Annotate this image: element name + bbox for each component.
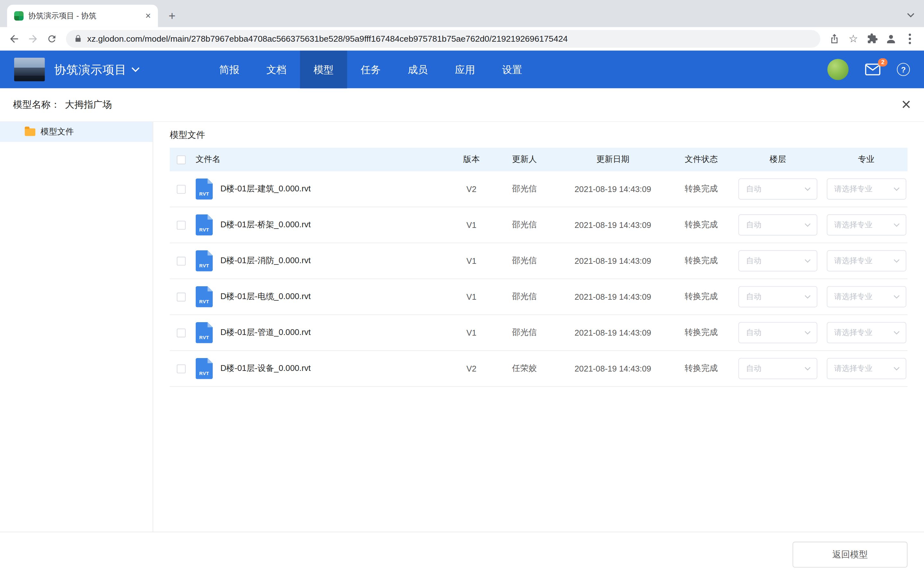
extensions-icon[interactable] [863,29,882,48]
nav-item-documents[interactable]: 文档 [253,51,300,89]
row-checkbox[interactable] [177,185,186,193]
specialty-cell: 请选择专业 [825,214,907,235]
nav-item-tasks[interactable]: 任务 [347,51,394,89]
close-icon[interactable]: × [901,97,911,113]
back-button[interactable] [5,29,24,48]
file-update-date: 2021-08-19 14:43:09 [554,364,672,373]
rvt-file-icon: RVT [196,179,213,200]
chevron-down-icon [804,330,811,335]
browser-tab[interactable]: 协筑演示项目 - 协筑 × [7,5,158,27]
footer-bar: 返回模型 [0,532,924,577]
help-button[interactable]: ? [897,63,910,76]
specialty-select[interactable]: 请选择专业 [827,214,906,235]
floor-cell: 自动 [731,179,825,200]
chevron-down-icon [804,259,811,263]
chevron-down-icon [804,366,811,371]
messages-button[interactable]: 2 [865,63,880,75]
file-name-cell: RVT D楼-01层-设备_0.000.rvt [196,358,448,379]
specialty-select-value: 请选择专业 [834,219,872,230]
file-updater: 任荣姣 [495,363,554,374]
column-header-date: 更新日期 [554,154,672,165]
floor-cell: 自动 [731,358,825,379]
floor-select[interactable]: 自动 [738,179,817,200]
file-version: V1 [448,328,495,337]
nav-item-briefing[interactable]: 简报 [206,51,253,89]
floor-select[interactable]: 自动 [738,214,817,235]
specialty-select-value: 请选择专业 [834,184,872,194]
floor-select[interactable]: 自动 [738,286,817,308]
rvt-file-icon: RVT [196,322,213,343]
file-version: V1 [448,292,495,301]
chevron-down-icon [893,330,900,335]
address-bar[interactable]: xz.glodon.com/model/main/278b7967ebba470… [66,30,821,47]
select-all-cell [170,155,196,164]
project-switcher[interactable]: 协筑演示项目 [54,61,140,77]
browser-menu-icon[interactable] [901,29,919,48]
floor-cell: 自动 [731,322,825,343]
file-name: D楼-01层-建筑_0.000.rvt [220,184,311,194]
table-row: RVT D楼-01层-设备_0.000.rvt V2 任荣姣 2021-08-1… [170,351,908,387]
file-status: 转换完成 [672,327,731,338]
file-updater: 邵光信 [495,219,554,230]
select-all-checkbox[interactable] [177,155,186,164]
model-subheader: 模型名称： 大拇指广场 × [0,89,924,122]
specialty-cell: 请选择专业 [825,179,907,200]
file-status: 转换完成 [672,184,731,194]
screen: 协筑演示项目 - 协筑 × + xz.glodon.com/model/main… [0,0,924,577]
file-update-date: 2021-08-19 14:43:09 [554,292,672,301]
file-update-date: 2021-08-19 14:43:09 [554,328,672,337]
file-status: 转换完成 [672,255,731,266]
user-avatar[interactable] [827,59,849,80]
chevron-down-icon [893,295,900,299]
file-name: D楼-01层-电缆_0.000.rvt [220,292,311,302]
specialty-select[interactable]: 请选择专业 [827,358,906,379]
specialty-cell: 请选择专业 [825,358,907,379]
row-checkbox[interactable] [177,292,186,301]
reload-button[interactable] [42,29,61,48]
row-checkbox-cell [170,256,196,266]
tab-search-chevron-icon[interactable] [907,9,915,20]
forward-button[interactable] [23,29,42,48]
rvt-file-icon: RVT [196,286,213,308]
rvt-file-icon: RVT [196,358,213,379]
bookmark-star-icon[interactable]: ☆ [844,29,863,48]
tab-close-icon[interactable]: × [144,11,152,21]
specialty-select[interactable]: 请选择专业 [827,322,906,343]
specialty-select-value: 请选择专业 [834,363,872,374]
main-nav: 简报 文档 模型 任务 成员 应用 设置 [206,51,536,89]
nav-item-settings[interactable]: 设置 [489,51,536,89]
table-row: RVT D楼-01层-桥架_0.000.rvt V1 邵光信 2021-08-1… [170,207,908,243]
project-logo [14,58,45,81]
new-tab-button[interactable]: + [164,8,180,24]
sidebar-item-model-files[interactable]: 模型文件 [0,122,153,142]
floor-select-value: 自动 [746,363,761,374]
row-checkbox[interactable] [177,221,186,229]
file-version: V1 [448,256,495,266]
nav-item-model[interactable]: 模型 [300,51,347,89]
nav-item-apps[interactable]: 应用 [441,51,489,89]
specialty-select[interactable]: 请选择专业 [827,250,906,271]
specialty-select[interactable]: 请选择专业 [827,286,906,308]
return-to-model-button[interactable]: 返回模型 [792,542,907,568]
table-row: RVT D楼-01层-消防_0.000.rvt V1 邵光信 2021-08-1… [170,243,908,279]
site-favicon [14,11,23,21]
row-checkbox[interactable] [177,256,186,266]
tab-title: 协筑演示项目 - 协筑 [28,11,140,21]
row-checkbox[interactable] [177,364,186,373]
rvt-file-icon: RVT [196,214,213,235]
row-checkbox-cell [170,221,196,229]
floor-select-value: 自动 [746,219,761,230]
floor-select[interactable]: 自动 [738,322,817,343]
file-update-date: 2021-08-19 14:43:09 [554,220,672,229]
share-icon[interactable] [825,29,844,48]
floor-select[interactable]: 自动 [738,250,817,271]
specialty-cell: 请选择专业 [825,286,907,308]
content-area: 模型文件 模型文件 文件名 版本 更新人 更新日期 文件状态 楼层 专业 [0,122,924,532]
nav-item-members[interactable]: 成员 [394,51,441,89]
row-checkbox[interactable] [177,328,186,337]
file-update-date: 2021-08-19 14:43:09 [554,256,672,266]
profile-icon[interactable] [882,29,901,48]
file-status: 转换完成 [672,363,731,374]
floor-select[interactable]: 自动 [738,358,817,379]
specialty-select[interactable]: 请选择专业 [827,179,906,200]
